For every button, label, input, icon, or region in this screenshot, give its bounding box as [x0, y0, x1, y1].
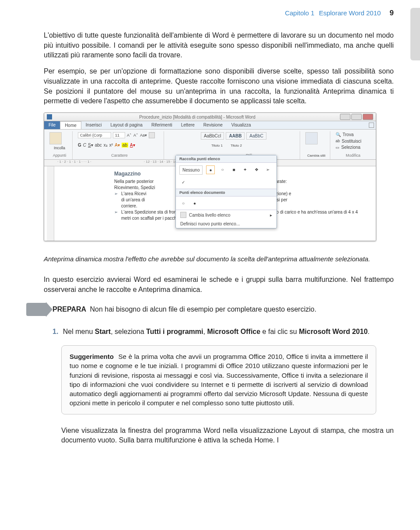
bold-button[interactable]: G: [78, 143, 81, 147]
popup-change-label: Cambia livello elenco: [189, 213, 231, 218]
close-button[interactable]: [363, 114, 373, 120]
tab-lettere[interactable]: Lettere: [177, 121, 199, 129]
style-tile-2[interactable]: AABB: [226, 132, 245, 140]
select-label[interactable]: Seleziona: [341, 145, 360, 150]
bullet-check[interactable]: ✓: [179, 178, 187, 186]
clipboard-group-label: Appunti: [49, 153, 70, 158]
group-change-styles: Cambia stili: [303, 131, 330, 159]
group-font: Calibri (Corp 11 A˄ A˅ Aa▾ G C S▾ abc x₂…: [75, 131, 164, 159]
popup-define-bullet[interactable]: Definisci nuovo punto elenco...: [176, 220, 276, 228]
style1-preview: AaBbCcI: [204, 133, 221, 138]
style3-label: Titolo 2: [231, 144, 242, 147]
style2-preview: AABB: [229, 133, 242, 138]
tab-revisione[interactable]: Revisione: [199, 121, 227, 129]
side-tab: [410, 8, 420, 60]
popup-change-level[interactable]: Cambia livello elenco▸: [176, 210, 276, 220]
tab-layout[interactable]: Layout di pagina: [106, 121, 147, 129]
bullet-cross[interactable]: ✦: [241, 165, 249, 173]
change-styles-label: Cambia stili: [305, 154, 327, 158]
change-case-icon[interactable]: Aa▾: [140, 133, 147, 137]
steps-list: 1. Nel menu Start, seleziona Tutti i pro…: [52, 326, 376, 337]
superscript-button[interactable]: x²: [109, 143, 113, 147]
tab-home[interactable]: Home: [60, 121, 81, 129]
shrink-font-icon[interactable]: A˅: [133, 133, 138, 137]
page-number: 9: [390, 9, 394, 17]
step-1: 1. Nel menu Start, seleziona Tutti i pro…: [52, 326, 376, 337]
group-editing: 🔍Trova abSostituisci ▭Seleziona Modifica: [333, 131, 373, 159]
doc-bullet-circle[interactable]: ○: [179, 199, 187, 207]
text-effects-icon[interactable]: A▾: [115, 143, 120, 147]
highlight-icon[interactable]: ab: [122, 143, 128, 147]
document-page: Capitolo 1 Esplorare Word 2010 9 L'obiet…: [0, 0, 420, 469]
font-size-combo[interactable]: 11: [113, 132, 125, 138]
style-tile-3[interactable]: AaBbC: [246, 132, 266, 140]
bullet-square[interactable]: ■: [230, 165, 238, 173]
titlebar: Procedure_inizio [Modalità di compatibil…: [44, 113, 376, 121]
replace-icon[interactable]: ab: [336, 139, 340, 143]
tab-file[interactable]: File: [44, 121, 60, 129]
find-icon[interactable]: 🔍: [336, 132, 341, 137]
prepara-row: PREPARA Non hai bisogno di alcun file di…: [26, 303, 394, 316]
paste-icon[interactable]: [49, 132, 62, 144]
intro-paragraph-2: Per esempio, se per un'opzione di format…: [44, 67, 394, 106]
ribbon-tabs: File Home Inserisci Layout di pagina Rif…: [44, 121, 376, 130]
screenshot-caption: Anteprima dinamica mostra l'effetto che …: [44, 254, 376, 263]
popup-body2: ○ ●: [176, 197, 276, 210]
font-group-label: Carattere: [78, 153, 161, 158]
bullet-none[interactable]: Nessuno: [179, 165, 203, 175]
closing-paragraph: Viene visualizzata la finestra del progr…: [61, 426, 394, 446]
change-styles-icon[interactable]: [305, 132, 318, 144]
italic-button[interactable]: C: [83, 143, 86, 147]
style3-preview: AaBbC: [249, 133, 263, 138]
style-tile-1[interactable]: AaBbCcI: [201, 132, 224, 140]
clear-format-icon[interactable]: [149, 132, 155, 138]
word-icon: [47, 114, 52, 119]
ribbon: Incolla Appunti Calibri (Corp 11 A˄ A˅ A…: [44, 130, 376, 160]
bullet-circle[interactable]: ○: [218, 165, 226, 173]
style2-label: Titolo 1: [211, 144, 223, 147]
minimize-button[interactable]: [340, 114, 350, 120]
replace-label[interactable]: Sostituisci: [342, 139, 361, 144]
bullet-arrow[interactable]: ➢: [264, 165, 272, 173]
bullet-disc[interactable]: ●: [206, 165, 215, 174]
popup-footer: Cambia livello elenco▸ Definisci nuovo p…: [176, 210, 276, 228]
doc-bullet-disc[interactable]: ●: [191, 199, 199, 207]
popup-define-label: Definisci nuovo punto elenco...: [180, 221, 240, 226]
subscript-button[interactable]: x₂: [104, 143, 108, 147]
underline-button[interactable]: S▾: [88, 143, 93, 147]
tip-title: Suggerimento: [70, 353, 114, 360]
help-icon[interactable]: [369, 123, 374, 128]
chapter-title: Esplorare Word 2010: [319, 9, 381, 17]
prepara-content: PREPARA Non hai bisogno di alcun file di…: [52, 305, 316, 313]
word-screenshot: Procedure_inizio [Modalità di compatibil…: [44, 112, 376, 241]
prepara-text: Non hai bisogno di alcun file di esempio…: [90, 305, 317, 313]
strike-button[interactable]: abc: [95, 143, 102, 147]
popup-body: Nessuno ● ○ ■ ✦ ❖ ➢ ✓: [176, 163, 276, 189]
font-color-icon[interactable]: A▾: [130, 143, 135, 147]
popup-subtitle: Punti elenco documento: [176, 189, 276, 197]
chapter-label: Capitolo 1: [285, 9, 315, 17]
find-label[interactable]: Trova: [343, 132, 354, 137]
exercise-intro: In questo esercizio avvierai Word ed esa…: [44, 275, 394, 295]
tab-inserisci[interactable]: Inserisci: [81, 121, 106, 129]
intro-paragraph-1: L'obiettivo di tutte queste funzionalità…: [44, 31, 394, 60]
vertical-ruler: [47, 166, 54, 241]
tab-riferimenti[interactable]: Riferimenti: [147, 121, 177, 129]
bullet-gallery-popup: Raccolta punti elenco Nessuno ● ○ ■ ✦ ❖ …: [175, 155, 277, 228]
popup-title: Raccolta punti elenco: [176, 155, 276, 163]
window-buttons: [340, 114, 373, 120]
grow-font-icon[interactable]: A˄: [127, 133, 132, 137]
maximize-button[interactable]: [351, 114, 362, 120]
font-name-combo[interactable]: Calibri (Corp: [78, 132, 111, 138]
page-header: Capitolo 1 Esplorare Word 2010 9: [26, 9, 394, 18]
prepara-label: PREPARA: [52, 305, 86, 313]
step-text: Nel menu Start, seleziona Tutti i progra…: [63, 328, 370, 335]
tab-visualizza[interactable]: Visualizza: [227, 121, 256, 129]
window-title: Procedure_inizio [Modalità di compatibil…: [55, 115, 340, 119]
select-icon[interactable]: ▭: [336, 145, 340, 150]
tip-box: Suggerimento Se è la prima volta che avv…: [61, 345, 376, 414]
bullet-arrows[interactable]: ❖: [252, 165, 260, 173]
tip-text: Se è la prima volta che avvii un program…: [70, 353, 368, 407]
group-clipboard: Incolla Appunti: [47, 131, 73, 159]
level-icon: [180, 212, 186, 218]
